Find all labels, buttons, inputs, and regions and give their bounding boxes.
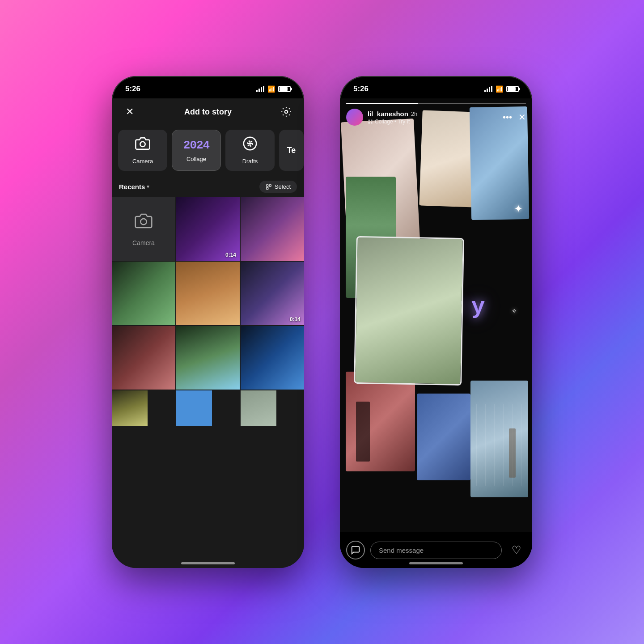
- photo-cell-7[interactable]: [176, 326, 240, 390]
- video-duration-1: 0:14: [225, 252, 236, 258]
- sparkle-1: ✦: [514, 203, 523, 215]
- wifi-icon-right: 📶: [496, 85, 503, 93]
- sparkle-2: ✧: [511, 307, 517, 315]
- right-screen: hh:n:y ✦ ✧ ✦ ✧: [340, 98, 532, 568]
- signal-icon-right: [484, 86, 492, 92]
- story-user-info: lil_kaneshon 2h Collage • Try It: [368, 110, 417, 125]
- avatar[interactable]: [346, 109, 363, 126]
- camera-tool-label: Camera: [132, 158, 153, 165]
- camera-cell-icon: [135, 212, 153, 234]
- collage-tool-label: Collage: [186, 156, 206, 162]
- tools-row: Camera 2024 Collage Drafts Te: [112, 125, 304, 175]
- collage-content: hh:n:y ✦ ✧ ✦ ✧: [340, 98, 532, 532]
- svg-rect-7: [269, 184, 271, 186]
- photo-cell-5[interactable]: 0:14: [241, 262, 304, 325]
- heart-button[interactable]: ♡: [507, 541, 526, 559]
- collage-icon: 2024: [183, 139, 209, 152]
- recents-bar: Recents ▾ Select: [112, 175, 304, 197]
- story-progress-bar: [346, 103, 526, 104]
- collage-photo-center: [354, 236, 465, 386]
- photo-cell-4[interactable]: [176, 262, 240, 325]
- right-phone: 5:26 📶 hh:n:y: [340, 76, 532, 568]
- story-user-row: lil_kaneshon 2h Collage • Try It ••• ✕: [346, 109, 526, 126]
- message-icon-button[interactable]: [346, 541, 365, 559]
- time-left: 5:26: [125, 85, 140, 93]
- camera-cell-label: Camera: [132, 239, 155, 246]
- camera-icon: [135, 136, 150, 154]
- collage-photo-colorful: [417, 394, 470, 480]
- select-button[interactable]: Select: [259, 181, 297, 193]
- text-tool-button[interactable]: Te: [279, 130, 304, 171]
- story-close-button[interactable]: ✕: [518, 112, 526, 123]
- svg-rect-12: [369, 122, 370, 124]
- time-right: 5:26: [353, 85, 369, 93]
- camera-cell[interactable]: Camera: [112, 197, 175, 261]
- collage-photo-bridge: [470, 381, 528, 498]
- home-indicator-left: [181, 562, 235, 564]
- photo-cell-1[interactable]: 0:14: [176, 197, 240, 261]
- photo-grid: Camera 0:14 0:14: [112, 197, 304, 426]
- status-icons-right: 📶: [484, 85, 519, 93]
- photo-cell-3[interactable]: [112, 262, 175, 325]
- story-progress-fill: [346, 103, 418, 104]
- svg-rect-8: [267, 187, 268, 189]
- photo-cell-11[interactable]: [241, 390, 276, 426]
- svg-point-9: [140, 219, 146, 225]
- photo-cell-9[interactable]: [112, 390, 148, 426]
- left-phone: 5:26 📶 ✕ Add to story: [112, 76, 304, 568]
- video-duration-2: 0:14: [290, 316, 301, 322]
- story-more-button[interactable]: •••: [503, 112, 512, 123]
- text-tool-label: Te: [287, 146, 296, 155]
- close-button[interactable]: ✕: [122, 104, 138, 120]
- story-time: 2h: [411, 110, 417, 117]
- camera-tool-button[interactable]: Camera: [118, 130, 167, 171]
- drafts-icon: [242, 136, 258, 154]
- wifi-icon: 📶: [267, 85, 275, 93]
- status-icons-left: 📶: [256, 85, 291, 93]
- svg-point-1: [140, 142, 145, 147]
- heart-icon: ♡: [512, 544, 521, 556]
- drafts-tool-button[interactable]: Drafts: [225, 130, 275, 171]
- svg-rect-10: [369, 119, 370, 121]
- story-user-left: lil_kaneshon 2h Collage • Try It: [346, 109, 417, 126]
- page-title: Add to story: [184, 107, 232, 117]
- photo-cell-8[interactable]: [241, 326, 304, 390]
- story-header: lil_kaneshon 2h Collage • Try It ••• ✕: [340, 98, 532, 129]
- svg-rect-6: [267, 184, 268, 186]
- status-bar-left: 5:26 📶: [112, 76, 304, 98]
- collage-tool-button[interactable]: 2024 Collage: [172, 130, 221, 171]
- photo-cell-2[interactable]: [241, 197, 304, 261]
- top-bar: ✕ Add to story: [112, 98, 304, 125]
- story-user-right: ••• ✕: [503, 112, 526, 123]
- story-username: lil_kaneshon: [368, 110, 408, 118]
- svg-rect-13: [371, 122, 373, 124]
- svg-point-0: [285, 110, 288, 114]
- status-bar-right: 5:26 📶: [340, 76, 532, 98]
- chevron-down-icon: ▾: [147, 184, 149, 190]
- select-label: Select: [275, 183, 291, 190]
- left-screen: ✕ Add to story Camera: [112, 98, 304, 568]
- photo-cell-10[interactable]: [176, 390, 212, 426]
- recents-dropdown[interactable]: Recents ▾: [119, 183, 149, 191]
- photo-cell-6[interactable]: [112, 326, 175, 390]
- battery-icon: [278, 86, 291, 92]
- message-placeholder: Send message: [379, 547, 424, 554]
- home-indicator-right: [409, 562, 463, 564]
- settings-button[interactable]: [278, 104, 294, 120]
- story-subtitle: Collage • Try It: [368, 119, 417, 125]
- signal-icon: [256, 86, 264, 92]
- message-input[interactable]: Send message: [370, 542, 502, 559]
- battery-icon-right: [506, 86, 519, 92]
- drafts-tool-label: Drafts: [242, 158, 258, 165]
- collage-photo-table: [346, 372, 415, 471]
- svg-rect-11: [371, 119, 373, 121]
